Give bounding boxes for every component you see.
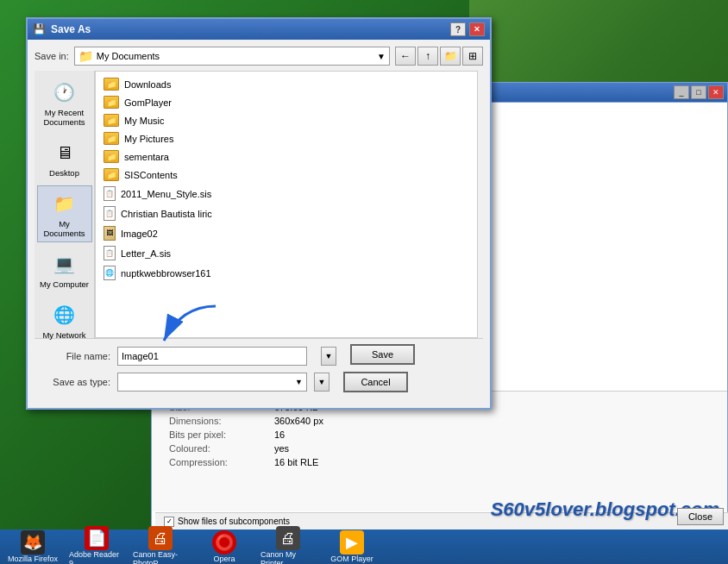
taskbar-canon-my[interactable]: 🖨 Canon My Printer [259,524,317,564]
close-button[interactable]: ✕ [708,85,724,99]
taskbar-acrobat[interactable]: 📄 Adobe Reader 9 [67,524,126,564]
back-button[interactable]: ← [395,47,416,66]
file-icon-sm: 📋 [104,246,116,260]
folder-icon: 📁 [104,114,119,127]
savetype-row: Save as type: ▼ ▼ Cancel [41,372,476,392]
opera-label: Opera [213,555,235,563]
mydocs-icon: 📁 [51,190,78,217]
gom-label: GOM Player [330,555,373,563]
cancel-button[interactable]: Cancel [343,372,408,392]
list-item[interactable]: 🖼 Image02 [99,223,474,243]
folder-name: My Music [124,116,164,126]
file-icon-sm: 🖼 [104,226,116,241]
file-icon-sm: 📋 [104,186,116,201]
save-in-label: Save in: [35,51,69,61]
folder-icon: 📁 [104,132,119,145]
dialog-title-group: 💾 Save As [33,23,91,35]
file-icon-sm: 📋 [104,206,116,221]
dialog-controls: ? ✕ [450,22,485,36]
view-button[interactable]: ⊞ [462,47,483,66]
sidebar-item-mycomp[interactable]: 💻 My Computer [37,246,92,293]
folder-name: sementara [124,152,169,162]
filename-value: Image01 [122,351,159,361]
savetype-arrow: ▼ [295,378,303,386]
firefox-icon: 🦊 [21,530,45,555]
nav-buttons: ← ↑ 📁 ⊞ [395,47,483,66]
close-button[interactable]: Close [677,508,724,525]
filename-row: File name: Image01 ▼ Save [41,344,476,368]
file-name: Christian Bautista liric [121,209,212,219]
taskbar-icons: 🦊 Mozilla Firefox 📄 Adobe Reader 9 🖨 Can… [3,524,381,564]
opera-icon: ⭕ [212,530,236,555]
dialog-sidebar: 🕐 My Recent Documents 🖥 Desktop 📁 My Doc… [35,71,95,338]
save-in-value-group: 📁 My Documents [78,49,377,63]
savetype-label: Save as type: [41,377,110,387]
sidebar-item-mydocs-label: My Documents [40,219,90,238]
sidebar-item-network-label: My Network [42,330,85,340]
dialog-close-button[interactable]: ✕ [469,22,485,36]
canon-my-label: Canon My Printer [260,550,316,564]
maximize-button[interactable]: □ [691,85,706,99]
taskbar-firefox[interactable]: 🦊 Mozilla Firefox [3,529,62,564]
folder-name: SISContents [124,170,178,180]
list-item[interactable]: 📁 sementara [99,147,474,166]
recent-icon: 🕐 [51,78,78,106]
list-item[interactable]: 📁 My Music [99,111,474,129]
list-item[interactable]: 📁 Downloads [99,75,474,93]
file-area: 📁 Downloads 📁 GomPlayer 📁 My Music 📁 My … [95,71,483,338]
folder-name: Downloads [124,79,171,90]
list-item[interactable]: 📋 Letter_A.sis [99,243,474,263]
taskbar-canon-easy[interactable]: 🖨 Canon Easy-PhotoP... [131,524,190,564]
list-item[interactable]: 📁 My Pictures [99,129,474,147]
taskbar-opera[interactable]: ⭕ Opera [195,529,254,564]
savetype-dropdown[interactable]: ▼ [117,373,307,392]
acrobat-label: Adobe Reader 9 [69,550,124,564]
acrobat-icon: 📄 [85,526,109,550]
folder-icon: 📁 [104,96,119,109]
dimensions-value: 360x640 px [273,414,325,428]
list-item[interactable]: 🌐 nuptkwebbrowser161 [99,263,474,283]
gom-icon: ▶ [340,530,364,555]
file-name: nuptkwebbrowser161 [121,268,211,279]
file-icon-sm: 🌐 [104,266,116,280]
new-folder-button[interactable]: 📁 [440,47,461,66]
filename-input[interactable]: Image01 [117,347,307,366]
compression-value: 16 bit RLE [273,455,325,469]
mycomp-icon: 💻 [51,250,78,278]
save-button[interactable]: Save [350,344,415,365]
up-button[interactable]: ↑ [417,47,438,66]
firefox-label: Mozilla Firefox [8,555,58,563]
network-icon: 🌐 [51,301,78,329]
dialog-title-text: Save As [51,23,91,35]
list-item[interactable]: 📁 SISContents [99,166,474,184]
list-item[interactable]: 📋 Christian Bautista liric [99,204,474,223]
folder-name: My Pictures [124,134,173,144]
sidebar-item-desktop[interactable]: 🖥 Desktop [37,135,92,182]
save-in-dropdown[interactable]: 📁 My Documents ▼ [74,47,390,66]
savetype-arrow-btn[interactable]: ▼ [314,373,329,392]
file-list: 📁 Downloads 📁 GomPlayer 📁 My Music 📁 My … [95,71,478,338]
canon-easy-icon: 🖨 [148,526,173,550]
bpp-value: 16 [273,428,325,442]
dialog-help-button[interactable]: ? [450,22,466,36]
file-name: Image02 [121,229,158,239]
dialog-body: Save in: 📁 My Documents ▼ ← ↑ 📁 ⊞ 🕐 [28,40,490,408]
list-item[interactable]: 📋 2011_Menu_Style.sis [99,184,474,204]
file-manager-controls: _ □ ✕ [674,85,724,99]
filename-dropdown-btn: ▼ [321,347,336,366]
bpp-label: Bits per pixel: [169,428,273,442]
save-in-value: My Documents [97,51,160,61]
sidebar-item-recent[interactable]: 🕐 My Recent Documents [37,74,92,131]
sidebar-item-network[interactable]: 🌐 My Network [37,297,92,344]
minimize-button[interactable]: _ [674,85,689,99]
save-in-arrow: ▼ [377,52,386,61]
filename-arrow[interactable]: ▼ [321,347,336,366]
dialog-titlebar: 💾 Save As ? ✕ [28,19,490,40]
folder-icon: 📁 [104,150,119,163]
save-in-folder-icon: 📁 [78,49,93,63]
taskbar-gom[interactable]: ▶ GOM Player [323,529,381,564]
sidebar-item-mydocs[interactable]: 📁 My Documents [37,185,92,242]
canon-my-icon: 🖨 [276,526,300,550]
list-item[interactable]: 📁 GomPlayer [99,93,474,111]
save-as-dialog: 💾 Save As ? ✕ Save in: 📁 My Documents ▼ … [26,17,492,410]
